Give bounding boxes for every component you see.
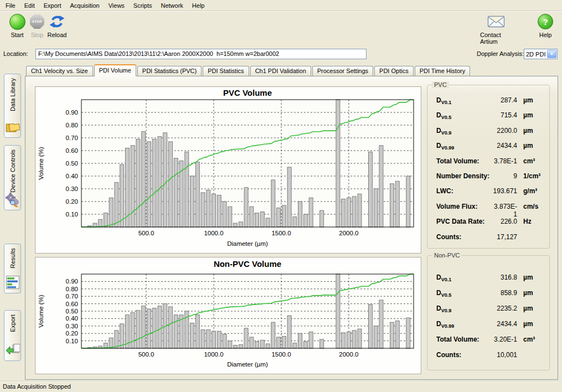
menu-item-views[interactable]: Views: [104, 1, 129, 10]
x-tick-label: 1000.0: [204, 351, 223, 358]
histogram-bar: [336, 274, 340, 348]
histogram-bar: [358, 329, 362, 348]
histogram-bar: [250, 207, 254, 227]
stat-row: Number Density: 9 1/cm³: [427, 172, 549, 187]
histogram-bar: [352, 331, 356, 348]
reload-icon: [49, 13, 65, 30]
histogram-bar: [390, 184, 394, 227]
menu-item-export[interactable]: Export: [39, 1, 66, 10]
menu-item-help[interactable]: Help: [188, 1, 209, 10]
sidebar-item-results[interactable]: Results: [4, 244, 21, 293]
stat-unit: Hz: [517, 218, 544, 225]
non-pvc-stats-rows: DV0.1 316.8 µm DV0.5 858.9 µm DV0.9 2235…: [427, 274, 549, 367]
tab-pdi-time-history[interactable]: PDI Time History: [415, 66, 471, 76]
stat-label: DV0.1: [436, 96, 493, 104]
histogram-bar: [255, 342, 259, 348]
tab-pdi-statistics[interactable]: PDI Statistics: [203, 66, 249, 76]
stat-label: DV0.99: [436, 142, 493, 149]
histogram-bar: [395, 321, 399, 348]
histogram-bar: [207, 330, 210, 349]
histogram-bar: [374, 189, 378, 227]
doppler-analysis-value: 2D PDI: [524, 51, 546, 58]
stat-unit: µm: [517, 111, 544, 119]
histogram-bar: [244, 188, 248, 227]
location-input[interactable]: F:\My Documents\AIMS Data\2013\2013\11\2…: [35, 49, 367, 59]
stat-unit: g/m³: [517, 187, 544, 195]
histogram-bar: [352, 197, 356, 227]
stat-unit: 1/cm³: [517, 172, 544, 180]
stat-value: 17,127: [493, 233, 517, 241]
pvc-stats-rows: DV0.1 287.4 µm DV0.5 715.4 µm DV0.9 2200…: [427, 96, 549, 248]
y-tick-label: 0.30: [66, 323, 78, 329]
stat-label: Total Volume:: [436, 336, 493, 343]
tab-ch1-pdi-validation[interactable]: Ch1 PDI Validation: [250, 66, 311, 76]
x-tick-label: 2000.0: [339, 351, 358, 358]
histogram-bar: [201, 193, 205, 227]
tab-ch1-velocity-vs-size[interactable]: Ch1 Velocity vs. Size: [26, 66, 93, 76]
y-tick-label: 0.90: [66, 109, 78, 116]
stat-unit: cm³: [517, 157, 544, 165]
menu-item-acquisition[interactable]: Acquisition: [66, 1, 104, 10]
histogram-bar: [336, 100, 340, 227]
sidebar-item-device-controls[interactable]: Device Controls: [4, 145, 21, 210]
histogram-bar: [260, 212, 264, 227]
stat-row: DV0.99 2434.4 µm: [427, 320, 549, 336]
histogram-bar: [223, 202, 226, 227]
sidebar-item-data-library[interactable]: Data Library: [4, 74, 21, 138]
stat-row: DV0.5 715.4 µm: [427, 111, 549, 126]
stat-value: 858.9: [493, 289, 517, 297]
help-button[interactable]: ? Help: [529, 13, 561, 38]
stat-row: DV0.99 2434.4 µm: [427, 142, 549, 157]
histogram-bar: [282, 337, 286, 348]
histogram-bar: [234, 223, 238, 227]
sidebar-item-export[interactable]: Export: [4, 310, 21, 361]
stat-value: 2434.4: [493, 142, 517, 149]
y-tick-label: 0.20: [66, 330, 78, 337]
histogram-bar: [190, 176, 194, 227]
tab-pdi-volume[interactable]: PDI Volume: [94, 64, 136, 76]
histogram-bar: [320, 339, 324, 348]
stat-label: Counts:: [436, 233, 493, 241]
histogram-bar: [158, 306, 162, 348]
stat-label: Total Volume:: [436, 157, 493, 165]
histogram-bar: [368, 152, 372, 227]
histogram-bar: [142, 132, 146, 228]
reload-button[interactable]: Reload: [41, 13, 73, 38]
histogram-bar: [277, 337, 281, 348]
histogram-bar: [136, 139, 140, 227]
stat-row: Volume Flux: 3.873E-1 cm/s: [427, 203, 549, 218]
y-tick-label: 0.50: [66, 308, 78, 314]
x-axis-label: Diameter (µm): [227, 240, 268, 247]
stat-unit: µm: [517, 274, 544, 281]
histogram-bar: [390, 322, 394, 348]
sidebar-item-label: Export: [9, 314, 16, 332]
histogram-bar: [99, 219, 102, 227]
histogram-bar: [239, 222, 243, 227]
contact-artium-button[interactable]: Contact Artium: [480, 13, 512, 45]
y-tick-label: 0.10: [66, 338, 78, 344]
menu-item-file[interactable]: File: [1, 1, 20, 10]
stat-unit: µm: [517, 142, 544, 149]
tab-pdi-statistics-pvc[interactable]: PDI Statistics (PVC): [137, 66, 202, 76]
menu-item-edit[interactable]: Edit: [20, 1, 39, 10]
histogram-bar: [309, 332, 313, 348]
histogram-bar: [271, 180, 275, 227]
y-tick-label: 0.70: [66, 293, 78, 300]
x-tick-label: 2000.0: [339, 230, 358, 236]
histogram-bar: [109, 198, 113, 227]
results-chart-icon: [6, 276, 19, 290]
stat-label: DV0.1: [436, 274, 493, 281]
tab-processor-settings[interactable]: Processor Settings: [312, 66, 373, 76]
menu-item-scripts[interactable]: Scripts: [129, 1, 157, 10]
histogram-bar: [287, 316, 291, 348]
menu-item-network[interactable]: Network: [156, 1, 187, 10]
histogram-bar: [293, 343, 297, 348]
histogram-bar: [287, 167, 291, 227]
chevron-down-icon: ▼: [547, 50, 556, 58]
doppler-analysis-select[interactable]: 2D PDI ▼: [524, 49, 558, 59]
stat-label: Volume Flux:: [436, 203, 493, 210]
tab-pdi-optics[interactable]: PDI Optics: [374, 66, 414, 76]
histogram-bar: [163, 133, 167, 227]
histogram-bar: [142, 306, 146, 348]
status-bar: Data Acquisition Stopped: [0, 381, 562, 392]
